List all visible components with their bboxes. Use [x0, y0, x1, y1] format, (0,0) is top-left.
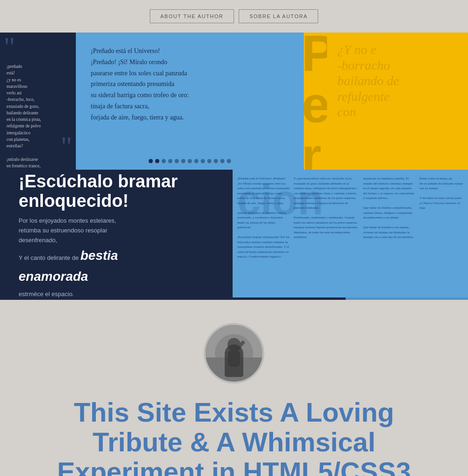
- poem-panel: ¡Preñado está el Universo! ¡Preñado! ¡Sí…: [76, 33, 304, 170]
- svg-rect-4: [228, 350, 240, 367]
- text-col-2: Y ¡qué maravilloso verlo así -borracho, …: [294, 176, 359, 259]
- author-photo: [204, 323, 264, 383]
- big-letter-text: Peru: [304, 33, 327, 170]
- dot-2[interactable]: [155, 159, 160, 163]
- author-section: This Site Exists A Loving Tribute & A Wh…: [0, 300, 468, 476]
- yellow-right-panel: ¿Y no e-borrachobailando derefulgentecon: [327, 33, 468, 170]
- progress-bar-fill: [233, 298, 346, 300]
- author-photo-inner: [206, 325, 262, 382]
- site-main-title: This Site Exists A Loving Tribute & A Wh…: [57, 397, 411, 476]
- site-title-line3: Experiment in HTML5/CSS3: [57, 456, 411, 476]
- carousel-dots: [149, 159, 231, 163]
- header: ABOUT THE AUTHOR SOBRE LA AUTORA: [0, 0, 468, 33]
- text-col-1: ¡Preñado está el Universo! ¡Preñado! ¡Sí…: [237, 176, 290, 259]
- dot-10[interactable]: [207, 159, 212, 163]
- dot-12[interactable]: [221, 159, 225, 163]
- svg-rect-2: [206, 357, 262, 382]
- quote-left-panel: " ¡preñadoestá!¿y no esmaravillosoverlo …: [0, 33, 76, 170]
- dot-3[interactable]: [162, 159, 166, 163]
- bottom-section: ¡Escúchalo bramarenloquecido! Por los en…: [0, 170, 468, 300]
- carousel-section: " ¡preñadoestá!¿y no esmaravillosoverlo …: [0, 33, 468, 170]
- text-col-3: desparrara su espumosa semilla. El estud…: [363, 176, 416, 259]
- quote-left-text: ¡preñadoestá!¿y no esmaravillosoverlo as…: [7, 63, 69, 170]
- text-columns: ¡Preñado está el Universo! ¡Preñado! ¡Sí…: [233, 170, 468, 266]
- subtitle-line1: Por los enjoyados montes estelares, retú…: [19, 216, 214, 287]
- right-content-panel: cion ¡Preñado está el Universo! ¡Preñado…: [233, 170, 468, 300]
- big-letter-panel: Peru: [304, 33, 327, 170]
- dark-left-panel: ¡Escúchalo bramarenloquecido! Por los en…: [0, 170, 233, 300]
- sobre-autora-button[interactable]: SOBRE LA AUTORA: [239, 9, 318, 23]
- site-title-line1: This Site Exists A Loving: [74, 397, 394, 427]
- dot-11[interactable]: [214, 159, 218, 163]
- about-author-button[interactable]: ABOUT THE AUTHOR: [150, 9, 234, 23]
- open-quote-icon: ": [4, 37, 15, 57]
- dot-6[interactable]: [181, 159, 186, 163]
- dot-1[interactable]: [149, 159, 153, 163]
- svg-point-3: [227, 338, 241, 351]
- text-col-4: flotan como su danza, pu De su puñado de…: [420, 176, 463, 259]
- dot-7[interactable]: [188, 159, 192, 163]
- subtitle-line2: estrméce el espacio.: [19, 291, 214, 298]
- yellow-right-text: ¿Y no e-borrachobailando derefulgentecon: [337, 42, 458, 120]
- main-title: ¡Escúchalo bramarenloquecido!: [19, 172, 214, 211]
- dot-8[interactable]: [194, 159, 199, 163]
- dot-4[interactable]: [168, 159, 173, 163]
- dot-5[interactable]: [175, 159, 179, 163]
- site-title-line2: Tribute & A Whimsical: [93, 427, 375, 457]
- author-silhouette: [206, 325, 262, 382]
- progress-bar: [233, 298, 468, 300]
- dot-9[interactable]: [201, 159, 205, 163]
- dot-13[interactable]: [227, 159, 231, 163]
- poem-text: ¡Preñado está el Universo! ¡Preñado! ¡Sí…: [91, 46, 289, 123]
